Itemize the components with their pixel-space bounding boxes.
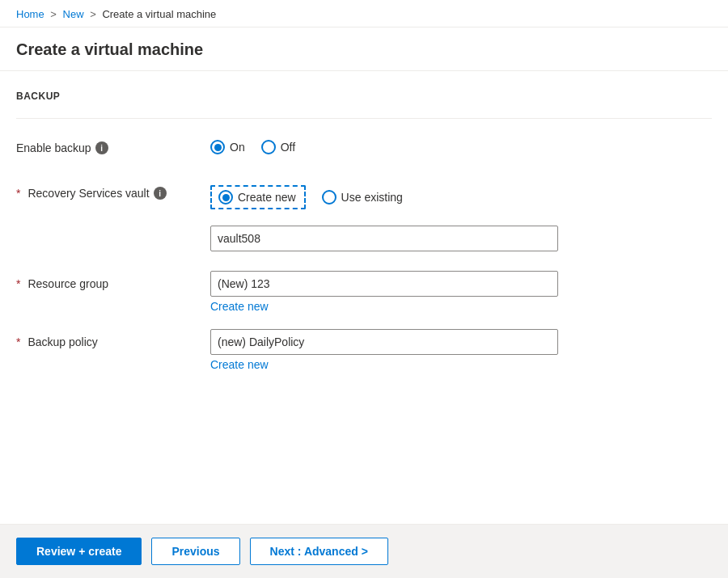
enable-backup-info-icon[interactable]: i	[95, 141, 108, 154]
recovery-vault-create-new-option[interactable]: Create new	[210, 185, 306, 209]
vault-name-control	[210, 226, 712, 251]
breadcrumb-current: Create a virtual machine	[102, 8, 216, 20]
breadcrumb: Home > New > Create a virtual machine	[0, 0, 728, 27]
resource-group-input[interactable]	[210, 271, 558, 297]
recovery-vault-use-existing-option[interactable]: Use existing	[322, 190, 403, 205]
main-content: BACKUP Enable backup i On Off * Recove	[0, 71, 728, 500]
breadcrumb-home-link[interactable]: Home	[16, 8, 44, 20]
vault-name-row	[16, 226, 712, 255]
breadcrumb-sep2: >	[90, 8, 96, 20]
backup-policy-row: * Backup policy Create new	[16, 329, 712, 371]
breadcrumb-new-link[interactable]: New	[63, 8, 84, 20]
resource-group-label: * Resource group	[16, 271, 210, 290]
backup-policy-label: * Backup policy	[16, 329, 210, 348]
recovery-vault-use-existing-radio[interactable]	[322, 190, 336, 205]
backup-policy-input-wrapper: Create new	[210, 329, 558, 371]
enable-backup-radio-group: On Off	[210, 135, 712, 154]
resource-group-input-wrapper: Create new	[210, 271, 558, 313]
backup-policy-required: *	[16, 335, 20, 348]
enable-backup-row: Enable backup i On Off	[16, 135, 712, 164]
resource-group-required: *	[16, 277, 20, 290]
enable-backup-off-radio[interactable]	[261, 140, 276, 154]
enable-backup-label: Enable backup i	[16, 135, 210, 154]
recovery-vault-required: *	[16, 187, 20, 200]
vault-name-label-spacer	[16, 226, 210, 232]
enable-backup-on-option[interactable]: On	[210, 140, 245, 154]
vault-name-input[interactable]	[210, 226, 558, 251]
recovery-vault-create-new-label: Create new	[238, 191, 296, 204]
resource-group-control: Create new	[210, 271, 712, 313]
enable-backup-off-option[interactable]: Off	[261, 140, 295, 154]
resource-group-row: * Resource group Create new	[16, 271, 712, 313]
backup-policy-control: Create new	[210, 329, 712, 371]
backup-policy-create-new-link[interactable]: Create new	[210, 358, 558, 371]
breadcrumb-sep1: >	[50, 8, 57, 20]
previous-button[interactable]: Previous	[151, 538, 239, 565]
recovery-vault-row: * Recovery Services vault i Create new U…	[16, 180, 712, 209]
section-backup-label: BACKUP	[16, 91, 712, 102]
enable-backup-off-label: Off	[281, 141, 295, 154]
footer: Review + create Previous Next : Advanced…	[0, 524, 728, 578]
enable-backup-on-radio[interactable]	[210, 140, 225, 154]
section-divider	[16, 118, 712, 119]
page-title: Create a virtual machine	[16, 40, 712, 59]
resource-group-create-new-link[interactable]: Create new	[210, 300, 558, 313]
recovery-vault-use-existing-label: Use existing	[341, 191, 403, 204]
enable-backup-control: On Off	[210, 135, 712, 154]
page-header: Create a virtual machine	[0, 27, 728, 71]
recovery-vault-radio-group: Create new Use existing	[210, 180, 712, 209]
backup-policy-input[interactable]	[210, 329, 558, 355]
next-advanced-button[interactable]: Next : Advanced >	[250, 538, 388, 565]
recovery-vault-label: * Recovery Services vault i	[16, 180, 210, 200]
recovery-vault-control: Create new Use existing	[210, 180, 712, 209]
review-create-button[interactable]: Review + create	[16, 538, 142, 565]
recovery-vault-create-new-radio[interactable]	[218, 190, 233, 205]
recovery-vault-info-icon[interactable]: i	[154, 187, 167, 200]
enable-backup-on-label: On	[230, 141, 245, 154]
